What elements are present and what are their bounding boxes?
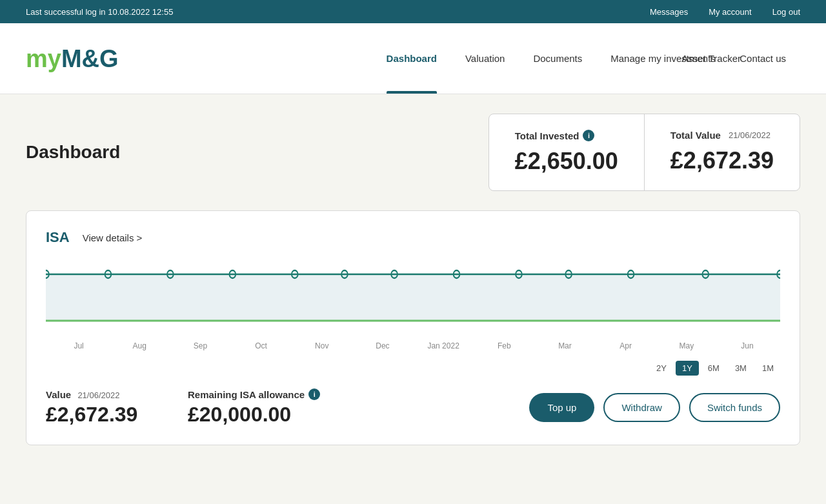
isa-card: ISA View details > xyxy=(26,210,800,445)
last-login-text: Last successful log in 10.08.2022 12:55 xyxy=(26,7,173,17)
chart-label-jun: Jun xyxy=(717,341,778,350)
period-btn-3m[interactable]: 3M xyxy=(729,361,753,376)
isa-value-label: Value 21/06/2022 xyxy=(46,389,162,400)
nav-asset-tracker[interactable]: Asset Tracker xyxy=(667,23,725,94)
summary-cards: Total Invested i £2,650.00 Total Value 2… xyxy=(489,114,800,191)
logo-mg: M&G xyxy=(61,46,119,71)
chart-label-apr: Apr xyxy=(596,341,656,350)
chart-label-aug: Aug xyxy=(109,341,170,350)
chart-label-may: May xyxy=(656,341,717,350)
chart-label-dec: Dec xyxy=(352,341,413,350)
total-invested-card: Total Invested i £2,650.00 xyxy=(489,114,644,190)
top-up-button[interactable]: Top up xyxy=(529,393,594,422)
allowance-info-icon[interactable]: i xyxy=(308,388,320,400)
summary-row: Dashboard Total Invested i £2,650.00 Tot… xyxy=(26,114,800,191)
isa-chart-area xyxy=(46,259,780,336)
isa-value-amount: £2,672.39 xyxy=(46,403,162,427)
isa-view-details-link[interactable]: View details > xyxy=(83,232,143,243)
total-invested-info-icon[interactable]: i xyxy=(583,130,594,141)
my-account-link[interactable]: My account xyxy=(709,7,751,17)
total-invested-amount: £2,650.00 xyxy=(515,148,618,175)
period-btn-1y[interactable]: 1Y xyxy=(676,361,699,376)
logo-my: my xyxy=(26,46,61,71)
total-value-label: Total Value 21/06/2022 xyxy=(670,130,774,141)
isa-bottom-row: Value 21/06/2022 £2,672.39 Remaining ISA… xyxy=(46,388,780,427)
isa-action-buttons: Top up Withdraw Switch funds xyxy=(529,393,780,422)
chart-label-feb: Feb xyxy=(474,341,534,350)
nav-dashboard[interactable]: Dashboard xyxy=(372,23,451,94)
period-btn-2y[interactable]: 2Y xyxy=(650,361,673,376)
isa-title: ISA xyxy=(46,229,70,246)
nav-manage-investments[interactable]: Manage my investments xyxy=(596,23,667,94)
dashboard-title-area: Dashboard xyxy=(26,114,489,191)
nav-valuation[interactable]: Valuation xyxy=(451,23,519,94)
period-btn-6m[interactable]: 6M xyxy=(701,361,726,376)
chart-label-oct: Oct xyxy=(231,341,292,350)
isa-allowance-label: Remaining ISA allowance i xyxy=(188,388,320,400)
period-btn-1m[interactable]: 1M xyxy=(756,361,780,376)
isa-header: ISA View details > xyxy=(46,229,780,246)
isa-allowance-amount: £20,000.00 xyxy=(188,403,320,427)
chart-label-jan: Jan 2022 xyxy=(413,341,474,350)
period-buttons: 2Y 1Y 6M 3M 1M xyxy=(46,361,780,376)
chart-label-mar: Mar xyxy=(534,341,595,350)
logo: myM&G xyxy=(26,46,119,71)
log-out-link[interactable]: Log out xyxy=(772,7,800,17)
dashboard-title: Dashboard xyxy=(26,142,120,163)
main-nav: Dashboard Valuation Documents Manage my … xyxy=(372,23,800,94)
header: myM&G Dashboard Valuation Documents Mana… xyxy=(0,23,826,94)
isa-value-block: Value 21/06/2022 £2,672.39 xyxy=(46,389,162,427)
total-value-amount: £2,672.39 xyxy=(670,147,774,174)
total-invested-label: Total Invested i xyxy=(515,130,618,141)
chart-label-sep: Sep xyxy=(170,341,230,350)
chart-label-nov: Nov xyxy=(292,341,352,350)
withdraw-button[interactable]: Withdraw xyxy=(603,393,680,422)
svg-marker-0 xyxy=(46,274,780,321)
switch-funds-button[interactable]: Switch funds xyxy=(689,393,780,422)
nav-documents[interactable]: Documents xyxy=(519,23,596,94)
messages-link[interactable]: Messages xyxy=(650,7,688,17)
total-value-card: Total Value 21/06/2022 £2,672.39 xyxy=(644,114,800,190)
isa-chart-svg xyxy=(46,259,780,336)
chart-x-labels: Jul Aug Sep Oct Nov Dec Jan 2022 Feb Mar… xyxy=(46,341,780,350)
isa-allowance-block: Remaining ISA allowance i £20,000.00 xyxy=(188,388,320,427)
top-bar: Last successful log in 10.08.2022 12:55 … xyxy=(0,0,826,23)
main-content: Dashboard Total Invested i £2,650.00 Tot… xyxy=(0,94,826,465)
isa-value-date: 21/06/2022 xyxy=(77,390,119,400)
chart-label-jul: Jul xyxy=(48,341,109,350)
nav-contact-us[interactable]: Contact us xyxy=(725,23,800,94)
